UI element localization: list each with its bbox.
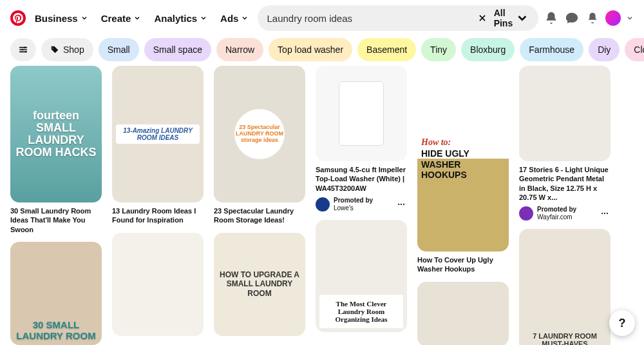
- pin-more-button[interactable]: ···: [395, 199, 407, 210]
- chip-label: Top load washer: [278, 44, 343, 55]
- pin-overlay-text: 7 LAUNDRY ROOM MUST-HAVES: [523, 332, 607, 345]
- chip-filter[interactable]: Top load washer: [269, 38, 352, 61]
- filter-button[interactable]: [10, 38, 36, 61]
- bell-icon: [544, 11, 558, 25]
- chip-label: Closet: [634, 44, 644, 55]
- pin-title: 23 Spectacular Laundry Room Storage Idea…: [214, 206, 305, 225]
- chip-label: Small space: [153, 44, 202, 55]
- pin[interactable]: HOW TO UPGRADE A SMALL LAUNDRY ROOM: [214, 233, 305, 336]
- chip-filter[interactable]: Farmhouse: [520, 38, 583, 61]
- promoted-text: Promoted byLowe's: [334, 197, 392, 212]
- nav-label: Ads: [220, 13, 238, 24]
- pin-image: 30 SMALL LAUNDRY ROOM: [10, 242, 102, 345]
- speech-bubble-icon: [565, 11, 579, 25]
- chip-label: Tiny: [430, 44, 447, 55]
- pin-overlay-text: 23 Spectacular LAUNDRY ROOM storage idea…: [231, 105, 289, 163]
- search-input[interactable]: [267, 13, 470, 24]
- chip-label: Small: [108, 44, 130, 55]
- pin[interactable]: 7 LAUNDRY ROOM MUST-HAVES: [519, 229, 611, 345]
- chip-filter[interactable]: Diy: [589, 38, 620, 61]
- chip-filter[interactable]: Narrow: [216, 38, 263, 61]
- close-icon: [478, 14, 487, 23]
- tag-icon: [50, 45, 59, 54]
- promoted-text: Promoted byWayfair.com: [537, 206, 595, 221]
- pin[interactable]: 13-Amazing LAUNDRY ROOM IDEAS 13 Laundry…: [112, 66, 204, 225]
- pin-grid: fourteen SMALL LAUNDRY ROOM HACKS 30 Sma…: [0, 66, 644, 345]
- advertiser-avatar[interactable]: [316, 197, 330, 212]
- pin[interactable]: fourteen SMALL LAUNDRY ROOM HACKS 30 Sma…: [10, 66, 102, 234]
- nav-analytics[interactable]: Analytics: [150, 8, 211, 29]
- pin-image: 7 LAUNDRY ROOM MUST-HAVES: [519, 229, 611, 345]
- chip-label: Basement: [366, 44, 407, 55]
- messages-button[interactable]: [564, 10, 580, 26]
- pin[interactable]: How to:HIDE UGLY WASHER HOOKUPS How To C…: [417, 66, 509, 274]
- chip-shop[interactable]: Shop: [41, 38, 93, 61]
- search-scope-dropdown[interactable]: All Pins: [494, 8, 529, 28]
- pinterest-logo[interactable]: [10, 10, 26, 26]
- pin[interactable]: 30 SMALL LAUNDRY ROOM: [10, 242, 102, 345]
- pin-overlay-text: 13-Amazing LAUNDRY ROOM IDEAS: [116, 124, 200, 144]
- pin[interactable]: 17 Stories 6 - Light Unique Geometric Pe…: [519, 66, 611, 221]
- nav-create[interactable]: Create: [97, 8, 146, 29]
- profile-avatar[interactable]: [605, 10, 621, 26]
- nav-ads[interactable]: Ads: [216, 8, 252, 29]
- pinterest-icon: [13, 13, 23, 23]
- pin[interactable]: Samsung 4.5-cu ft Impeller Top-Load Wash…: [316, 66, 407, 212]
- grid-column: fourteen SMALL LAUNDRY ROOM HACKS 30 Sma…: [10, 66, 102, 345]
- chip-filter[interactable]: Tiny: [421, 38, 456, 61]
- pin[interactable]: 23 Spectacular LAUNDRY ROOM storage idea…: [214, 66, 305, 225]
- pin-title: How To Cover Up Ugly Washer Hookups: [417, 255, 509, 274]
- pin[interactable]: [417, 282, 509, 345]
- pin-more-button[interactable]: ···: [599, 208, 611, 219]
- search-bar[interactable]: All Pins: [258, 5, 538, 31]
- notifications-button[interactable]: [544, 10, 559, 26]
- grid-column: How to:HIDE UGLY WASHER HOOKUPS How To C…: [417, 66, 509, 345]
- pin-image: 23 Spectacular LAUNDRY ROOM storage idea…: [214, 66, 305, 202]
- promoted-row: Promoted byWayfair.com ···: [519, 206, 611, 221]
- pin-image: [519, 66, 611, 161]
- promoted-row: Promoted byLowe's ···: [316, 197, 407, 212]
- chip-filter[interactable]: Bloxburg: [461, 38, 515, 61]
- chip-label: Diy: [598, 44, 611, 55]
- chevron-down-icon: [133, 14, 141, 22]
- nav-business[interactable]: Business: [31, 8, 92, 29]
- chevron-down-icon: [80, 14, 88, 22]
- updates-button[interactable]: [585, 10, 600, 26]
- pin[interactable]: [112, 233, 204, 336]
- account-menu-chevron[interactable]: [626, 14, 634, 22]
- pin-image: [112, 233, 204, 336]
- filter-bar: Shop Small Small space Narrow Top load w…: [0, 36, 644, 66]
- pin-title: 13 Laundry Room Ideas I Found for Inspir…: [112, 206, 204, 225]
- header: Business Create Analytics Ads All Pins: [0, 0, 644, 36]
- pin-image: fourteen SMALL LAUNDRY ROOM HACKS: [10, 66, 102, 202]
- svg-point-2: [25, 51, 27, 53]
- chip-label: Farmhouse: [529, 44, 574, 55]
- chip-filter[interactable]: Basement: [357, 38, 416, 61]
- nav-label: Business: [35, 13, 78, 24]
- chip-filter[interactable]: Small: [99, 38, 139, 61]
- pin-overlay-text: HOW TO UPGRADE A SMALL LAUNDRY ROOM: [218, 270, 301, 298]
- pin[interactable]: The Most Clever Laundry Room Organizing …: [316, 220, 407, 332]
- help-button[interactable]: ?: [609, 310, 635, 336]
- chevron-down-icon: [515, 11, 529, 25]
- clear-search-button[interactable]: [476, 12, 489, 25]
- search-scope-label: All Pins: [494, 8, 513, 28]
- help-label: ?: [619, 317, 626, 330]
- chip-label: Bloxburg: [470, 44, 506, 55]
- chevron-down-icon: [241, 14, 249, 22]
- nav-label: Create: [101, 13, 131, 24]
- washer-graphic: [339, 81, 384, 146]
- chip-filter[interactable]: Small space: [144, 38, 211, 61]
- pin-overlay-text: 30 SMALL LAUNDRY ROOM: [14, 319, 98, 341]
- pin-image: How to:HIDE UGLY WASHER HOOKUPS: [417, 66, 509, 251]
- pin-title: 30 Small Laundry Room Ideas That'll Make…: [10, 206, 102, 234]
- chip-label: Narrow: [225, 44, 254, 55]
- grid-column: Samsung 4.5-cu ft Impeller Top-Load Wash…: [316, 66, 407, 345]
- chevron-down-icon: [200, 14, 207, 22]
- advertiser-avatar[interactable]: [519, 206, 533, 221]
- pin-image: The Most Clever Laundry Room Organizing …: [316, 220, 407, 332]
- pin-image: [316, 66, 407, 161]
- pin-overlay-text: The Most Clever Laundry Room Organizing …: [319, 295, 403, 328]
- chip-filter[interactable]: Closet: [625, 38, 644, 61]
- nav-label: Analytics: [154, 13, 197, 24]
